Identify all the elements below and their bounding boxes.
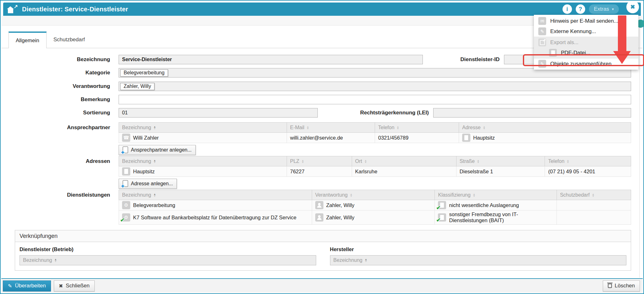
sort-icon: ▲▼ <box>483 126 485 130</box>
ueberarbeiten-button[interactable]: ✎ Überarbeiten <box>3 280 51 291</box>
export-icon <box>538 38 546 46</box>
extras-button-label: Extras <box>594 6 609 12</box>
column-header[interactable]: Bezeichnung▲▼ <box>119 190 312 200</box>
sort-icon: ▲▼ <box>365 258 367 262</box>
lei-label: Rechtsträgerkennung (LEI) <box>318 110 433 116</box>
address-icon <box>122 167 130 176</box>
document-check-icon: ✔ <box>438 213 446 222</box>
column-header[interactable]: Klassifizierung▲▼ <box>435 190 557 200</box>
extras-button[interactable]: Extras ▾ <box>589 4 619 14</box>
section-adressen: Adressen Bezeichnung▲▼ PLZ▲▼ Ort▲▼ Straß… <box>1 156 631 189</box>
row-verantwortung: Verantwortung Zahler, Willy <box>1 82 643 91</box>
close-button[interactable]: ✖ <box>626 1 639 13</box>
kategorie-label: Kategorie <box>1 70 115 76</box>
adresse-anlegen-button[interactable]: Adresse anlegen... <box>119 179 177 189</box>
column-header[interactable]: Bezeichnung▲▼ <box>119 156 287 166</box>
sort-icon: ▲▼ <box>154 193 156 197</box>
group-label: Hersteller <box>330 246 627 252</box>
table-row[interactable]: ☎Willi Zahler willi.zahler@service.de 03… <box>119 133 631 143</box>
add-document-icon <box>123 147 128 153</box>
address-icon <box>462 134 470 142</box>
table-row[interactable]: ⚙✔K7 Software auf Bankarbeitsplatz für D… <box>119 210 631 225</box>
group-dienstleister-betrieb: Dienstleister (Betrieb) Bezeichnung▲▼ <box>20 245 316 265</box>
email-icon: ✉ <box>538 17 546 25</box>
column-header[interactable]: Telefon▲▼ <box>545 156 631 166</box>
edit-icon: ✎ <box>538 27 546 35</box>
empty-table-header[interactable]: Bezeichnung▲▼ <box>330 255 627 265</box>
sort-icon: ▲▼ <box>473 193 475 197</box>
tab-schutzbedarf[interactable]: Schutzbedarf <box>47 32 92 48</box>
check-icon: ✔ <box>436 205 440 211</box>
footer-bar: ✎ Überarbeiten ✖ Schließen Löschen <box>1 278 643 293</box>
sort-icon: ▲▼ <box>306 126 309 130</box>
close-icon: ✖ <box>59 283 63 289</box>
dialog-window: ↗ Dienstleister: Service-Dienstleister i… <box>0 0 644 294</box>
check-icon: ✔ <box>120 217 125 223</box>
tab-allgemein[interactable]: Allgemein <box>8 32 47 48</box>
verantwortung-chip[interactable]: Zahler, Willy <box>120 83 154 90</box>
kategorie-chip[interactable]: Belegverarbeitung <box>120 69 168 77</box>
person-icon <box>315 213 323 222</box>
verantwortung-label: Verantwortung <box>1 83 115 89</box>
sort-icon: ▲▼ <box>301 159 304 164</box>
row-bemerkung: Bemerkung <box>1 95 643 104</box>
ansprechpartner-anlegen-button[interactable]: Ansprechpartner anlegen... <box>119 145 196 155</box>
column-header[interactable]: Telefon▲▼ <box>375 123 459 133</box>
bezeichnung-input[interactable]: Service-Dienstleister <box>119 55 423 64</box>
sortierung-input[interactable]: 01 <box>119 108 318 118</box>
ansprechpartner-label: Ansprechpartner <box>1 122 115 131</box>
verantwortung-field[interactable]: Zahler, Willy <box>119 82 631 91</box>
dialog-titlebar: ↗ Dienstleister: Service-Dienstleister i… <box>3 3 641 16</box>
sort-icon: ▲▼ <box>477 159 479 164</box>
bezeichnung-label: Bezeichnung <box>1 56 115 63</box>
adressen-table: Bezeichnung▲▼ PLZ▲▼ Ort▲▼ Straße▲▼ Telef… <box>119 156 631 177</box>
column-header[interactable]: Ort▲▼ <box>352 156 456 166</box>
person-icon <box>315 201 323 209</box>
column-header[interactable]: E-Mail▲▼ <box>287 123 375 133</box>
dialog-title: Dienstleister: Service-Dienstleister <box>22 6 128 13</box>
check-icon: ✔ <box>436 217 440 223</box>
trash-icon <box>608 284 612 288</box>
ansprechpartner-table: Bezeichnung▲▼ E-Mail▲▼ Telefon▲▼ Adresse… <box>119 122 631 143</box>
dienstleister-id-label: Dienstleister-ID <box>423 56 504 63</box>
section-ansprechpartner: Ansprechpartner Bezeichnung▲▼ E-Mail▲▼ T… <box>1 122 631 155</box>
table-row[interactable]: Hauptsitz 76227 Karlsruhe Dieselstraße 1… <box>119 166 631 177</box>
help-icon[interactable]: ? <box>576 4 585 14</box>
column-header[interactable]: PLZ▲▼ <box>287 156 352 166</box>
lei-input[interactable] <box>433 108 631 118</box>
empty-table-header[interactable]: Bezeichnung▲▼ <box>20 255 316 265</box>
loeschen-button[interactable]: Löschen <box>603 280 640 291</box>
info-icon[interactable]: i <box>563 4 572 14</box>
column-header[interactable]: Schutzbedarf▲▼ <box>557 190 631 200</box>
sort-icon: ▲▼ <box>592 193 594 197</box>
gear-check-icon: ⚙✔ <box>122 213 130 222</box>
adressen-label: Adressen <box>1 156 115 164</box>
bemerkung-label: Bemerkung <box>1 96 115 103</box>
add-document-icon <box>123 180 128 187</box>
column-header[interactable]: Bezeichnung▲▼ <box>119 123 287 133</box>
dienstleistungen-label: Dienstleistungen <box>1 190 115 198</box>
annotation-arrow-shaft <box>618 15 626 52</box>
sort-icon: ▲▼ <box>397 126 399 130</box>
sort-icon: ▲▼ <box>567 159 569 164</box>
group-label: Dienstleister (Betrieb) <box>20 246 316 252</box>
sort-icon: ▲▼ <box>364 159 367 164</box>
verknuepfungen-panel: Verknüpfungen Dienstleister (Betrieb) Be… <box>15 230 631 271</box>
column-header[interactable]: Adresse▲▼ <box>459 123 631 133</box>
bemerkung-input[interactable] <box>119 95 631 104</box>
section-dienstleistungen: Dienstleistungen Bezeichnung▲▼ Verantwor… <box>1 190 631 225</box>
table-row[interactable]: ⚙Belegverarbeitung Zahler, Willy ✔nicht … <box>119 200 631 210</box>
dienstleistungen-table: Bezeichnung▲▼ Verantwortung▲▼ Klassifizi… <box>119 190 631 225</box>
app-logo-icon: ↗ <box>7 4 18 14</box>
document-check-icon: ✔ <box>438 201 446 209</box>
chevron-down-icon: ▾ <box>612 7 614 11</box>
column-header[interactable]: Verantwortung▲▼ <box>312 190 435 200</box>
gear-icon: ⚙ <box>122 201 130 209</box>
schliessen-button[interactable]: ✖ Schließen <box>54 280 95 291</box>
column-header[interactable]: Straße▲▼ <box>456 156 545 166</box>
sort-icon: ▲▼ <box>154 159 156 164</box>
verknuepfungen-title: Verknüpfungen <box>15 230 631 242</box>
group-hersteller: Hersteller Bezeichnung▲▼ <box>330 245 627 265</box>
sort-icon: ▲▼ <box>154 126 156 130</box>
close-icon: ✖ <box>630 3 635 10</box>
